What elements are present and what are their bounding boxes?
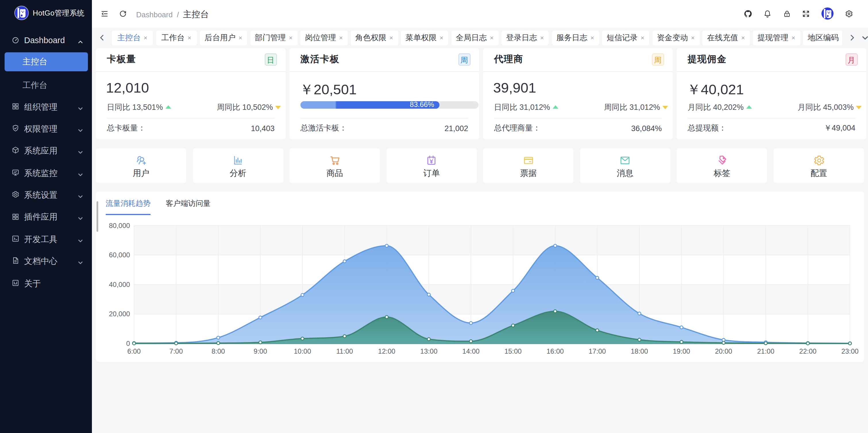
svg-text:60,000: 60,000	[109, 251, 130, 259]
svg-text:21:00: 21:00	[757, 347, 774, 355]
svg-text:14:00: 14:00	[462, 347, 480, 355]
svg-text:11:00: 11:00	[336, 347, 353, 355]
svg-text:80,000: 80,000	[109, 222, 130, 229]
svg-text:20:00: 20:00	[715, 347, 732, 355]
svg-text:10:00: 10:00	[294, 347, 311, 355]
svg-text:16:00: 16:00	[547, 347, 564, 355]
svg-text:9:00: 9:00	[254, 347, 267, 355]
svg-text:13:00: 13:00	[420, 347, 437, 355]
svg-text:6:00: 6:00	[127, 347, 141, 355]
svg-text:22:00: 22:00	[799, 347, 816, 355]
svg-text:19:00: 19:00	[673, 347, 690, 355]
svg-text:15:00: 15:00	[504, 347, 522, 355]
svg-text:18:00: 18:00	[631, 347, 648, 355]
svg-text:7:00: 7:00	[169, 347, 183, 355]
svg-text:0: 0	[126, 340, 130, 347]
svg-text:8:00: 8:00	[211, 347, 225, 355]
svg-text:17:00: 17:00	[589, 347, 606, 355]
svg-text:12:00: 12:00	[378, 347, 395, 355]
svg-text:40,000: 40,000	[109, 281, 130, 288]
svg-text:23:00: 23:00	[841, 347, 859, 355]
svg-text:20,000: 20,000	[109, 310, 130, 318]
